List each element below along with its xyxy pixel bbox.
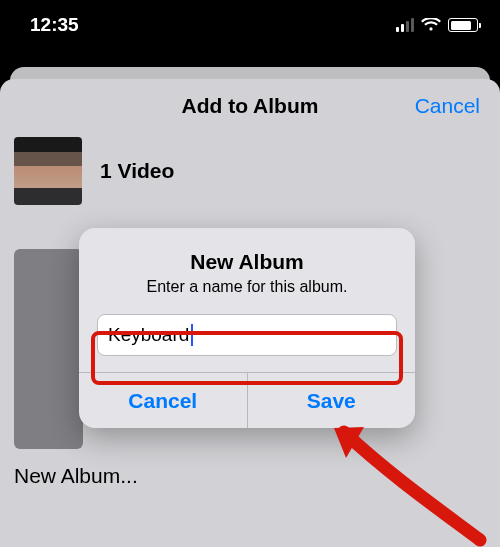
cellular-signal-icon [396, 18, 414, 32]
status-time: 12:35 [30, 14, 79, 36]
new-album-label[interactable]: New Album... [14, 464, 138, 488]
battery-icon [448, 18, 478, 32]
sheet-header: Add to Album Cancel [0, 79, 500, 133]
wifi-icon [421, 18, 441, 32]
alert-title: New Album [97, 250, 397, 274]
sheet-title: Add to Album [182, 94, 319, 118]
album-name-input[interactable] [108, 324, 191, 346]
alert-cancel-button[interactable]: Cancel [79, 373, 247, 428]
album-name-field[interactable] [97, 314, 397, 356]
alert-save-button[interactable]: Save [247, 373, 416, 428]
status-right [396, 18, 478, 32]
alert-message: Enter a name for this album. [97, 278, 397, 296]
sheet-cancel-button[interactable]: Cancel [415, 79, 480, 133]
album-thumbnail-placeholder [14, 249, 83, 449]
text-cursor [191, 324, 193, 346]
status-bar: 12:35 [0, 0, 500, 50]
alert-buttons: Cancel Save [79, 372, 415, 428]
new-album-alert: New Album Enter a name for this album. C… [79, 228, 415, 428]
